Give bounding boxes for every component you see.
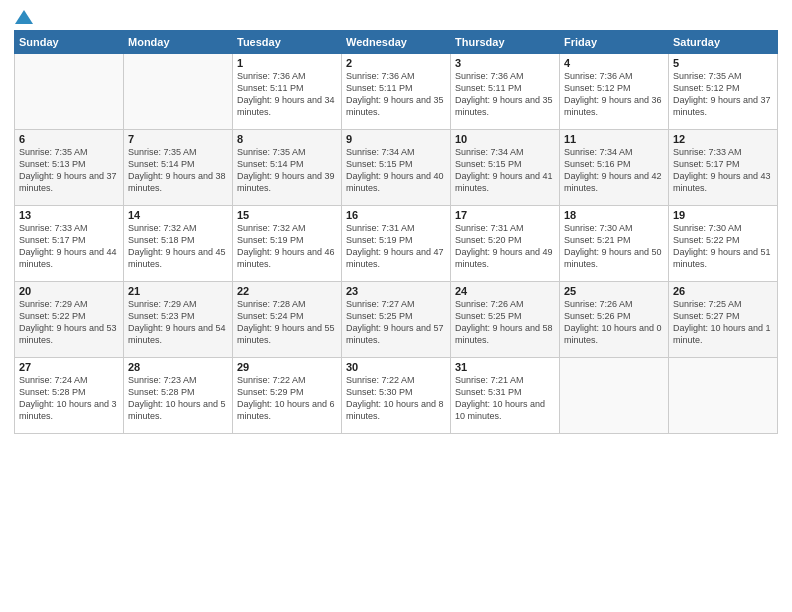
day-number: 13 — [19, 209, 119, 221]
cell-details: Sunrise: 7:26 AM Sunset: 5:25 PM Dayligh… — [455, 298, 555, 347]
cell-details: Sunrise: 7:34 AM Sunset: 5:15 PM Dayligh… — [455, 146, 555, 195]
col-sunday: Sunday — [15, 31, 124, 54]
day-number: 12 — [673, 133, 773, 145]
day-number: 31 — [455, 361, 555, 373]
calendar-cell: 6Sunrise: 7:35 AM Sunset: 5:13 PM Daylig… — [15, 130, 124, 206]
calendar-cell: 13Sunrise: 7:33 AM Sunset: 5:17 PM Dayli… — [15, 206, 124, 282]
cell-details: Sunrise: 7:33 AM Sunset: 5:17 PM Dayligh… — [19, 222, 119, 271]
calendar-cell: 10Sunrise: 7:34 AM Sunset: 5:15 PM Dayli… — [451, 130, 560, 206]
cell-details: Sunrise: 7:28 AM Sunset: 5:24 PM Dayligh… — [237, 298, 337, 347]
col-saturday: Saturday — [669, 31, 778, 54]
header-row: Sunday Monday Tuesday Wednesday Thursday… — [15, 31, 778, 54]
day-number: 8 — [237, 133, 337, 145]
day-number: 25 — [564, 285, 664, 297]
cell-details: Sunrise: 7:36 AM Sunset: 5:11 PM Dayligh… — [237, 70, 337, 119]
calendar-cell: 26Sunrise: 7:25 AM Sunset: 5:27 PM Dayli… — [669, 282, 778, 358]
day-number: 14 — [128, 209, 228, 221]
calendar-cell: 15Sunrise: 7:32 AM Sunset: 5:19 PM Dayli… — [233, 206, 342, 282]
day-number: 10 — [455, 133, 555, 145]
day-number: 3 — [455, 57, 555, 69]
col-wednesday: Wednesday — [342, 31, 451, 54]
cell-details: Sunrise: 7:34 AM Sunset: 5:16 PM Dayligh… — [564, 146, 664, 195]
calendar-cell: 2Sunrise: 7:36 AM Sunset: 5:11 PM Daylig… — [342, 54, 451, 130]
calendar-cell: 24Sunrise: 7:26 AM Sunset: 5:25 PM Dayli… — [451, 282, 560, 358]
calendar-cell: 30Sunrise: 7:22 AM Sunset: 5:30 PM Dayli… — [342, 358, 451, 434]
cell-details: Sunrise: 7:26 AM Sunset: 5:26 PM Dayligh… — [564, 298, 664, 347]
week-row-3: 13Sunrise: 7:33 AM Sunset: 5:17 PM Dayli… — [15, 206, 778, 282]
week-row-4: 20Sunrise: 7:29 AM Sunset: 5:22 PM Dayli… — [15, 282, 778, 358]
calendar-cell: 14Sunrise: 7:32 AM Sunset: 5:18 PM Dayli… — [124, 206, 233, 282]
calendar-cell: 31Sunrise: 7:21 AM Sunset: 5:31 PM Dayli… — [451, 358, 560, 434]
cell-details: Sunrise: 7:27 AM Sunset: 5:25 PM Dayligh… — [346, 298, 446, 347]
calendar-cell: 18Sunrise: 7:30 AM Sunset: 5:21 PM Dayli… — [560, 206, 669, 282]
calendar-cell: 11Sunrise: 7:34 AM Sunset: 5:16 PM Dayli… — [560, 130, 669, 206]
cell-details: Sunrise: 7:29 AM Sunset: 5:22 PM Dayligh… — [19, 298, 119, 347]
calendar-cell: 12Sunrise: 7:33 AM Sunset: 5:17 PM Dayli… — [669, 130, 778, 206]
cell-details: Sunrise: 7:36 AM Sunset: 5:11 PM Dayligh… — [455, 70, 555, 119]
cell-details: Sunrise: 7:32 AM Sunset: 5:19 PM Dayligh… — [237, 222, 337, 271]
calendar-table: Sunday Monday Tuesday Wednesday Thursday… — [14, 30, 778, 434]
week-row-2: 6Sunrise: 7:35 AM Sunset: 5:13 PM Daylig… — [15, 130, 778, 206]
calendar-cell — [560, 358, 669, 434]
cell-details: Sunrise: 7:33 AM Sunset: 5:17 PM Dayligh… — [673, 146, 773, 195]
calendar-cell — [124, 54, 233, 130]
day-number: 23 — [346, 285, 446, 297]
day-number: 5 — [673, 57, 773, 69]
day-number: 7 — [128, 133, 228, 145]
day-number: 4 — [564, 57, 664, 69]
cell-details: Sunrise: 7:35 AM Sunset: 5:13 PM Dayligh… — [19, 146, 119, 195]
calendar-cell: 17Sunrise: 7:31 AM Sunset: 5:20 PM Dayli… — [451, 206, 560, 282]
day-number: 1 — [237, 57, 337, 69]
logo-icon — [15, 8, 33, 26]
day-number: 20 — [19, 285, 119, 297]
calendar-cell: 1Sunrise: 7:36 AM Sunset: 5:11 PM Daylig… — [233, 54, 342, 130]
cell-details: Sunrise: 7:29 AM Sunset: 5:23 PM Dayligh… — [128, 298, 228, 347]
calendar-cell: 25Sunrise: 7:26 AM Sunset: 5:26 PM Dayli… — [560, 282, 669, 358]
cell-details: Sunrise: 7:35 AM Sunset: 5:14 PM Dayligh… — [128, 146, 228, 195]
col-thursday: Thursday — [451, 31, 560, 54]
day-number: 19 — [673, 209, 773, 221]
calendar-cell: 3Sunrise: 7:36 AM Sunset: 5:11 PM Daylig… — [451, 54, 560, 130]
day-number: 2 — [346, 57, 446, 69]
calendar-cell: 8Sunrise: 7:35 AM Sunset: 5:14 PM Daylig… — [233, 130, 342, 206]
day-number: 26 — [673, 285, 773, 297]
day-number: 22 — [237, 285, 337, 297]
day-number: 18 — [564, 209, 664, 221]
day-number: 16 — [346, 209, 446, 221]
calendar-cell: 5Sunrise: 7:35 AM Sunset: 5:12 PM Daylig… — [669, 54, 778, 130]
week-row-1: 1Sunrise: 7:36 AM Sunset: 5:11 PM Daylig… — [15, 54, 778, 130]
col-friday: Friday — [560, 31, 669, 54]
calendar-cell — [669, 358, 778, 434]
cell-details: Sunrise: 7:31 AM Sunset: 5:20 PM Dayligh… — [455, 222, 555, 271]
calendar-cell: 16Sunrise: 7:31 AM Sunset: 5:19 PM Dayli… — [342, 206, 451, 282]
day-number: 29 — [237, 361, 337, 373]
calendar-cell: 29Sunrise: 7:22 AM Sunset: 5:29 PM Dayli… — [233, 358, 342, 434]
cell-details: Sunrise: 7:36 AM Sunset: 5:11 PM Dayligh… — [346, 70, 446, 119]
calendar-cell: 21Sunrise: 7:29 AM Sunset: 5:23 PM Dayli… — [124, 282, 233, 358]
cell-details: Sunrise: 7:23 AM Sunset: 5:28 PM Dayligh… — [128, 374, 228, 423]
day-number: 6 — [19, 133, 119, 145]
week-row-5: 27Sunrise: 7:24 AM Sunset: 5:28 PM Dayli… — [15, 358, 778, 434]
day-number: 24 — [455, 285, 555, 297]
calendar-cell: 20Sunrise: 7:29 AM Sunset: 5:22 PM Dayli… — [15, 282, 124, 358]
calendar-cell — [15, 54, 124, 130]
day-number: 27 — [19, 361, 119, 373]
cell-details: Sunrise: 7:36 AM Sunset: 5:12 PM Dayligh… — [564, 70, 664, 119]
calendar-cell: 9Sunrise: 7:34 AM Sunset: 5:15 PM Daylig… — [342, 130, 451, 206]
logo — [14, 10, 33, 24]
cell-details: Sunrise: 7:30 AM Sunset: 5:21 PM Dayligh… — [564, 222, 664, 271]
day-number: 9 — [346, 133, 446, 145]
calendar-cell: 7Sunrise: 7:35 AM Sunset: 5:14 PM Daylig… — [124, 130, 233, 206]
day-number: 21 — [128, 285, 228, 297]
calendar-cell: 27Sunrise: 7:24 AM Sunset: 5:28 PM Dayli… — [15, 358, 124, 434]
calendar-cell: 4Sunrise: 7:36 AM Sunset: 5:12 PM Daylig… — [560, 54, 669, 130]
svg-marker-0 — [15, 10, 33, 24]
col-tuesday: Tuesday — [233, 31, 342, 54]
cell-details: Sunrise: 7:34 AM Sunset: 5:15 PM Dayligh… — [346, 146, 446, 195]
calendar-cell: 22Sunrise: 7:28 AM Sunset: 5:24 PM Dayli… — [233, 282, 342, 358]
cell-details: Sunrise: 7:35 AM Sunset: 5:14 PM Dayligh… — [237, 146, 337, 195]
day-number: 17 — [455, 209, 555, 221]
cell-details: Sunrise: 7:35 AM Sunset: 5:12 PM Dayligh… — [673, 70, 773, 119]
cell-details: Sunrise: 7:21 AM Sunset: 5:31 PM Dayligh… — [455, 374, 555, 423]
cell-details: Sunrise: 7:31 AM Sunset: 5:19 PM Dayligh… — [346, 222, 446, 271]
